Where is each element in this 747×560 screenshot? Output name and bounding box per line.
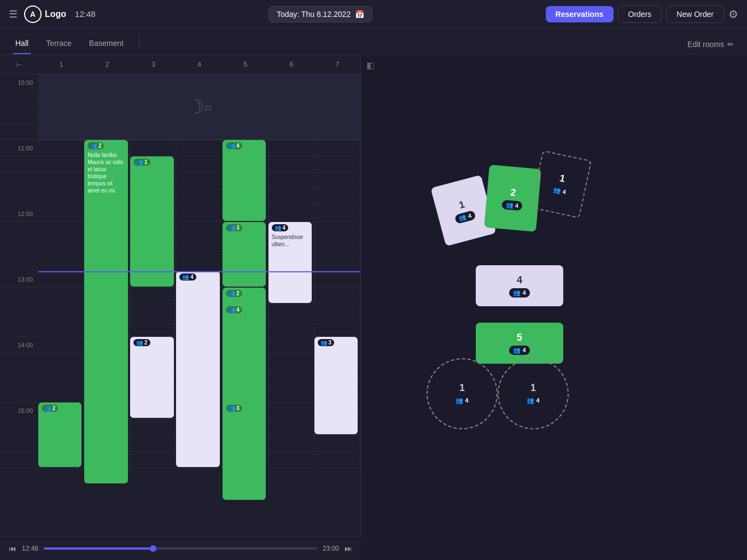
reservation-block[interactable]: 👥 1 xyxy=(130,156,173,287)
cell[interactable] xyxy=(269,156,314,173)
cell[interactable] xyxy=(38,386,84,402)
time-slot-1045 xyxy=(0,124,38,140)
reservation-block[interactable]: 👥 3 xyxy=(223,402,266,467)
table-number: 1 xyxy=(530,382,536,394)
cell[interactable] xyxy=(314,320,360,337)
table-number: 5 xyxy=(517,332,522,343)
reservation-block[interactable]: 👥 3 xyxy=(223,222,266,287)
cell[interactable] xyxy=(314,238,360,255)
reservation-block[interactable]: 👥 4 xyxy=(223,140,266,221)
cell[interactable] xyxy=(38,173,84,189)
new-order-button[interactable]: New Order xyxy=(666,5,724,23)
reservation-block[interactable]: 👥 4 xyxy=(176,271,219,467)
cell[interactable] xyxy=(176,156,222,173)
cell[interactable] xyxy=(38,271,84,288)
timeline-scroll[interactable]: 10:0011:0012:0013:0014:0015:00 ☽ zz👥 2Nu… xyxy=(0,74,360,560)
date-button[interactable]: Today: Thu 8.12.2022 📅 xyxy=(269,6,372,22)
cell[interactable] xyxy=(176,140,222,156)
reservation-block[interactable]: 👥 4 xyxy=(223,304,266,500)
cell[interactable] xyxy=(176,189,222,206)
cell[interactable] xyxy=(269,353,314,370)
cell[interactable] xyxy=(38,238,84,255)
cell[interactable] xyxy=(269,386,314,402)
cell[interactable] xyxy=(130,419,176,435)
reservation-block[interactable]: 👥 2Nulla facilisi. Mauris ac odio et lac… xyxy=(84,140,127,483)
cell[interactable] xyxy=(176,206,222,222)
cell[interactable] xyxy=(38,206,84,222)
floorplan-circle-table[interactable]: 1👥 4 xyxy=(427,358,498,429)
tab-basement[interactable]: Basement xyxy=(87,33,126,54)
edit-rooms-button[interactable]: Edit rooms ✏ xyxy=(687,40,734,54)
cell[interactable] xyxy=(314,255,360,271)
cell[interactable] xyxy=(269,189,314,206)
cell[interactable] xyxy=(38,288,84,304)
cell[interactable] xyxy=(38,255,84,271)
cell[interactable] xyxy=(314,140,360,156)
cell[interactable] xyxy=(38,370,84,386)
cell[interactable] xyxy=(130,452,176,468)
cell[interactable] xyxy=(314,189,360,206)
cell[interactable] xyxy=(314,288,360,304)
logo: A Logo xyxy=(24,5,66,23)
cell[interactable] xyxy=(130,140,176,156)
cell[interactable] xyxy=(38,337,84,353)
scrubber-track[interactable] xyxy=(44,547,317,550)
cell[interactable] xyxy=(130,288,176,304)
floorplan-circle-table[interactable]: 1👥 4 xyxy=(498,358,569,429)
cell[interactable] xyxy=(269,402,314,419)
tab-hall[interactable]: Hall xyxy=(13,33,31,54)
skip-end-button[interactable]: ⏭ xyxy=(345,544,352,553)
reservation-block[interactable]: 👥 4Suspendisse ullam... xyxy=(269,222,312,303)
orders-button[interactable]: Orders xyxy=(618,5,662,23)
cell[interactable] xyxy=(314,435,360,452)
cell[interactable] xyxy=(38,353,84,370)
time-slot-1145 xyxy=(0,189,38,206)
cell[interactable] xyxy=(314,304,360,320)
reservation-block[interactable]: 👥 2 xyxy=(130,337,173,418)
topbar-center: Today: Thu 8.12.2022 📅 xyxy=(102,6,539,22)
cell[interactable] xyxy=(314,173,360,189)
cell[interactable] xyxy=(269,173,314,189)
collapse-icon[interactable]: ⊢ xyxy=(16,60,22,69)
cell[interactable] xyxy=(269,337,314,353)
cell[interactable] xyxy=(269,206,314,222)
logo-circle: A xyxy=(24,5,42,23)
cell[interactable] xyxy=(38,320,84,337)
scrubber-thumb[interactable] xyxy=(150,545,156,552)
skip-start-button[interactable]: ⏮ xyxy=(9,544,16,553)
reservations-button[interactable]: Reservations xyxy=(546,6,614,22)
tab-terrace[interactable]: Terrace xyxy=(44,33,74,54)
cell[interactable] xyxy=(269,140,314,156)
cell[interactable] xyxy=(314,222,360,238)
cell[interactable] xyxy=(314,452,360,468)
cell[interactable] xyxy=(38,222,84,238)
cell[interactable] xyxy=(314,206,360,222)
cell[interactable] xyxy=(176,238,222,255)
cell[interactable] xyxy=(269,320,314,337)
expand-right-icon[interactable]: ◧ xyxy=(366,60,375,71)
cell[interactable] xyxy=(38,189,84,206)
cell[interactable] xyxy=(130,320,176,337)
cell[interactable] xyxy=(269,419,314,435)
cell[interactable] xyxy=(269,452,314,468)
cell[interactable] xyxy=(269,304,314,320)
reservation-block[interactable]: 👥 2 xyxy=(38,402,81,467)
cell[interactable] xyxy=(38,156,84,173)
settings-button[interactable]: ⚙ xyxy=(728,8,738,21)
cell[interactable] xyxy=(38,304,84,320)
cell[interactable] xyxy=(269,370,314,386)
menu-icon[interactable]: ☰ xyxy=(9,8,17,20)
cell[interactable] xyxy=(176,222,222,238)
cell[interactable] xyxy=(314,156,360,173)
cell[interactable] xyxy=(38,140,84,156)
floorplan-table-1[interactable]: 1👥 4 xyxy=(530,150,592,219)
reservation-block[interactable]: 👥 3 xyxy=(314,337,358,434)
cell[interactable] xyxy=(314,271,360,288)
cell[interactable] xyxy=(130,304,176,320)
cell[interactable] xyxy=(176,173,222,189)
cell[interactable] xyxy=(130,435,176,452)
cell[interactable] xyxy=(269,435,314,452)
floorplan-table-5[interactable]: 5👥 4 xyxy=(476,323,563,364)
cell[interactable] xyxy=(176,255,222,271)
floorplan-table-4[interactable]: 4👥 4 xyxy=(476,265,563,306)
